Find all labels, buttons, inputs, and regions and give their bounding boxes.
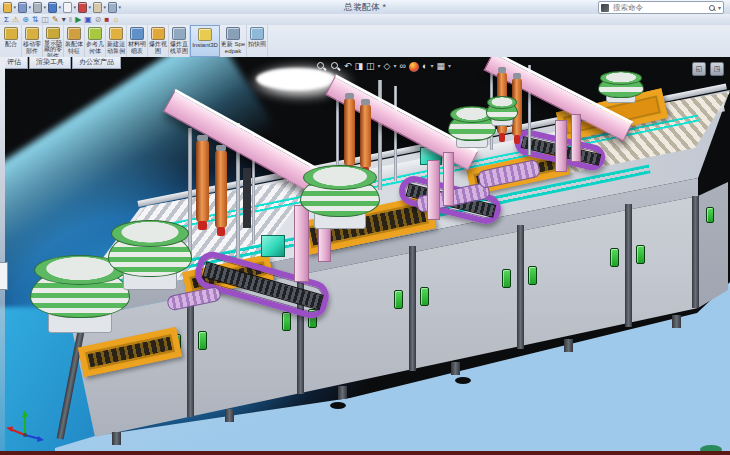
exploded-view-button[interactable]: 爆炸视图: [148, 25, 169, 57]
zoom-fit-icon[interactable]: [316, 61, 327, 72]
cabinet-foot: [672, 315, 681, 328]
cabinet-door-handle[interactable]: [706, 207, 714, 223]
views-icon[interactable]: ▣: [84, 15, 92, 24]
warning-icon[interactable]: ⚠: [12, 15, 19, 24]
instant3d-button[interactable]: Instant3D: [190, 25, 220, 57]
material-icon[interactable]: ■: [105, 15, 110, 24]
title-bar: ▾ ▾ ▾ ▾ ▾ ▾: [0, 0, 730, 15]
cabinet-foot: [225, 409, 234, 422]
bottom-edge-bar: [0, 451, 730, 455]
search-type-icon: [601, 4, 609, 12]
command-search-box[interactable]: ▾: [598, 1, 724, 14]
zoom-area-icon[interactable]: [330, 61, 341, 72]
caret-icon[interactable]: ▾: [448, 60, 451, 73]
separator-icon[interactable]: ‖: [69, 15, 72, 24]
tab-render-tools[interactable]: 渲染工具: [29, 57, 71, 69]
edit-icon[interactable]: ✎: [52, 15, 59, 24]
show-hidden-components-button[interactable]: 显示隐藏的零部件: [43, 25, 64, 57]
bowl-feeder[interactable]: [108, 220, 190, 290]
tab-office-products[interactable]: 办公室产品: [72, 57, 121, 69]
viewport-corner-buttons: ◱ ◳: [692, 62, 724, 76]
cabinet-foot: [564, 339, 573, 352]
cabinet-door-handle[interactable]: [198, 331, 207, 350]
reference-geometry-button[interactable]: 参考几何体: [85, 25, 106, 57]
apply-scene-icon[interactable]: ◐: [422, 60, 427, 73]
bowl-feeder[interactable]: [486, 96, 516, 126]
carriage-block[interactable]: [261, 235, 285, 257]
cabinet-door-handle[interactable]: [636, 245, 645, 264]
slider-block: [243, 168, 251, 228]
feature-manager-collapsed-strip: [0, 57, 5, 451]
graphics-viewport[interactable]: ↶ ◨ ◫ ▾ ◇ ▾ ∞ ◐ ▾ ▦ ▾: [0, 57, 730, 451]
search-caret-icon[interactable]: ▾: [718, 4, 721, 11]
command-manager-tabs: 评估 渲染工具 办公室产品: [0, 57, 122, 69]
bowl-feeder[interactable]: [598, 71, 642, 103]
caret-icon[interactable]: ▾: [378, 60, 381, 73]
nodisplay-icon[interactable]: ⊘: [95, 15, 102, 24]
view-settings-icon[interactable]: ▦: [436, 60, 445, 73]
render-icon[interactable]: ☼: [112, 15, 119, 24]
cabinet-foot: [451, 362, 460, 375]
heads-up-view-toolbar: ↶ ◨ ◫ ▾ ◇ ▾ ∞ ◐ ▾ ▦ ▾: [316, 59, 451, 74]
update-speedpak-button[interactable]: 更新 Speedpak: [220, 25, 247, 57]
cabinet-foot: [112, 432, 121, 445]
cabinet-post[interactable]: [409, 246, 416, 371]
orientation-triad: [4, 405, 46, 447]
view-orientation-icon[interactable]: ◫: [366, 60, 375, 73]
section-view-icon[interactable]: ◨: [355, 60, 364, 73]
explode-line-sketch-button[interactable]: 爆炸直线草图: [169, 25, 190, 57]
search-icon[interactable]: [708, 4, 716, 12]
cabinet-post[interactable]: [187, 290, 194, 417]
take-snapshot-button[interactable]: 拍快照: [247, 25, 268, 57]
measure-icon[interactable]: ⊕: [22, 15, 29, 24]
suction-foot: [330, 402, 346, 409]
feeder-cylinder: [344, 98, 355, 166]
hide-show-items-icon[interactable]: ∞: [400, 60, 406, 73]
section-icon[interactable]: ◫: [42, 15, 50, 24]
feeder-cylinder: [196, 140, 209, 222]
caret-icon[interactable]: ▾: [430, 60, 433, 73]
gantry-column: [555, 120, 567, 172]
equation-icon[interactable]: Σ: [4, 15, 9, 24]
pane-split-button[interactable]: ◱: [692, 62, 706, 76]
cabinet-door-handle[interactable]: [528, 266, 537, 285]
feature-manager-flyout-tab[interactable]: [0, 262, 8, 290]
bill-of-materials-button[interactable]: 材料明细表: [127, 25, 148, 57]
cabinet-door-handle[interactable]: [420, 287, 429, 306]
cabinet-foot: [338, 386, 347, 399]
caret-icon[interactable]: ▾: [394, 60, 397, 73]
display-style-icon[interactable]: ◇: [384, 60, 391, 73]
move-component-button[interactable]: 移动零部件: [22, 25, 43, 57]
mate-button[interactable]: 配合: [1, 25, 22, 57]
solidworks-window: ▾ ▾ ▾ ▾ ▾ ▾: [0, 0, 730, 455]
new-motion-study-button[interactable]: 新建运动算例: [106, 25, 127, 57]
feeder-cylinder: [360, 104, 371, 168]
gantry-column: [427, 160, 440, 220]
cabinet-door-handle[interactable]: [282, 312, 291, 331]
search-input[interactable]: [611, 2, 706, 13]
caret-icon[interactable]: ▾: [62, 15, 66, 24]
cabinet-post[interactable]: [517, 225, 524, 349]
play-icon[interactable]: ▶: [75, 15, 81, 24]
bowl-feeder[interactable]: [300, 165, 378, 229]
assembly-features-button[interactable]: 装配体特征: [64, 25, 85, 57]
feeder-cylinder: [215, 150, 227, 228]
previous-view-icon[interactable]: ↶: [344, 60, 352, 73]
pane-close-button[interactable]: ◳: [710, 62, 724, 76]
mate-align-icon[interactable]: ⇅: [32, 15, 39, 24]
gantry-column: [443, 152, 454, 206]
cabinet-post[interactable]: [692, 196, 699, 308]
suction-foot: [455, 377, 471, 384]
gantry-column: [571, 114, 581, 162]
cabinet-door-handle[interactable]: [502, 269, 511, 288]
cabinet-post[interactable]: [625, 204, 632, 327]
command-manager: 配合 移动零部件 显示隐藏的零部件 装配体特征 参考几何体: [0, 25, 730, 58]
cabinet-door-handle[interactable]: [394, 290, 403, 309]
edit-appearance-icon[interactable]: [409, 62, 419, 72]
cabinet-door-handle[interactable]: [610, 248, 619, 267]
